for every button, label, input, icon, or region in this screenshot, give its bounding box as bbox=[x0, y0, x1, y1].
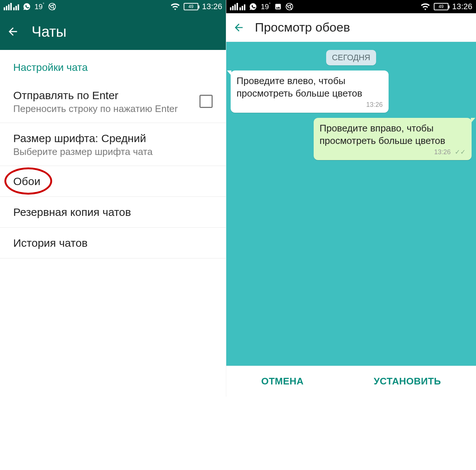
temperature-indicator: 19° bbox=[35, 3, 44, 11]
chrome-icon bbox=[285, 3, 293, 11]
back-icon[interactable] bbox=[7, 25, 19, 38]
settings-list: Настройки чата Отправлять по Enter Перен… bbox=[0, 50, 226, 397]
setting-history[interactable]: История чатов bbox=[0, 228, 226, 258]
setting-title: Отправлять по Enter bbox=[13, 88, 199, 102]
message-time: 13:26 bbox=[237, 101, 383, 109]
back-icon[interactable] bbox=[233, 22, 245, 33]
screen-chats-settings: 19° 49 13:26 Чаты Настройки чата Отправл… bbox=[0, 0, 226, 397]
svg-rect-1 bbox=[6, 6, 7, 10]
svg-rect-13 bbox=[239, 7, 241, 10]
screen-wallpaper-preview: 19° 49 13:26 Просмотр обоев СЕГОДНЯ Пров… bbox=[226, 0, 476, 397]
image-icon bbox=[274, 3, 282, 10]
setting-title: Резервная копия чатов bbox=[13, 205, 213, 219]
wifi-icon bbox=[421, 3, 430, 10]
svg-rect-2 bbox=[8, 4, 10, 10]
setting-title: Размер шрифта: Средний bbox=[13, 131, 213, 145]
svg-rect-11 bbox=[234, 4, 236, 10]
whatsapp-icon bbox=[23, 3, 31, 11]
message-time: 13:26 ✓✓ bbox=[320, 148, 466, 156]
preview-message-incoming: Проведите влево, чтобы просмотреть больш… bbox=[231, 70, 389, 113]
section-header: Настройки чата bbox=[0, 55, 226, 80]
setting-wallpaper[interactable]: Обои bbox=[0, 166, 226, 197]
clock: 13:26 bbox=[452, 2, 472, 11]
signal-icon bbox=[230, 3, 245, 10]
message-text: Проведите влево, чтобы просмотреть больш… bbox=[237, 75, 362, 99]
svg-rect-4 bbox=[13, 7, 15, 10]
svg-rect-6 bbox=[18, 4, 19, 10]
wallpaper-preview-area[interactable]: СЕГОДНЯ Проведите влево, чтобы просмотре… bbox=[226, 42, 476, 366]
setting-enter-to-send[interactable]: Отправлять по Enter Переносить строку по… bbox=[0, 80, 226, 123]
temperature-indicator: 19° bbox=[261, 3, 271, 11]
setting-subtitle: Выберите размер шрифта чата bbox=[13, 146, 213, 158]
app-bar: Чаты bbox=[0, 13, 226, 50]
signal-icon bbox=[4, 3, 19, 10]
page-title: Чаты bbox=[32, 24, 66, 40]
svg-rect-9 bbox=[230, 7, 231, 10]
svg-rect-5 bbox=[15, 6, 17, 10]
svg-rect-12 bbox=[237, 3, 238, 10]
setting-backup[interactable]: Резервная копия чатов bbox=[0, 197, 226, 228]
clock: 13:26 bbox=[202, 2, 222, 11]
bottom-action-bar: ОТМЕНА УСТАНОВИТЬ bbox=[226, 366, 476, 397]
status-bar: 19° 49 13:26 bbox=[0, 0, 226, 13]
svg-rect-3 bbox=[10, 3, 12, 10]
setting-title: История чатов bbox=[13, 236, 213, 250]
cancel-button[interactable]: ОТМЕНА bbox=[261, 376, 304, 387]
page-title: Просмотр обоев bbox=[255, 20, 350, 35]
date-pill: СЕГОДНЯ bbox=[326, 50, 376, 65]
setting-subtitle: Переносить строку по нажатию Enter bbox=[13, 103, 199, 115]
battery-indicator: 49 bbox=[184, 3, 198, 10]
preview-message-outgoing: Проведите вправо, чтобы просмотреть боль… bbox=[314, 118, 472, 160]
svg-rect-15 bbox=[244, 4, 245, 10]
battery-indicator: 49 bbox=[434, 3, 448, 10]
svg-rect-0 bbox=[4, 7, 5, 10]
app-bar: Просмотр обоев bbox=[226, 13, 476, 42]
svg-rect-10 bbox=[232, 6, 234, 10]
read-ticks-icon: ✓✓ bbox=[453, 148, 466, 156]
setting-title: Обои bbox=[13, 174, 213, 188]
message-text: Проведите вправо, чтобы просмотреть боль… bbox=[320, 123, 445, 146]
svg-rect-14 bbox=[242, 6, 243, 10]
chrome-icon bbox=[48, 3, 56, 11]
whatsapp-icon bbox=[249, 3, 257, 11]
checkbox-icon[interactable] bbox=[199, 95, 213, 108]
wifi-icon bbox=[170, 3, 180, 10]
setting-font-size[interactable]: Размер шрифта: Средний Выберите размер ш… bbox=[0, 123, 226, 166]
apply-button[interactable]: УСТАНОВИТЬ bbox=[374, 376, 441, 387]
status-bar: 19° 49 13:26 bbox=[226, 0, 476, 13]
